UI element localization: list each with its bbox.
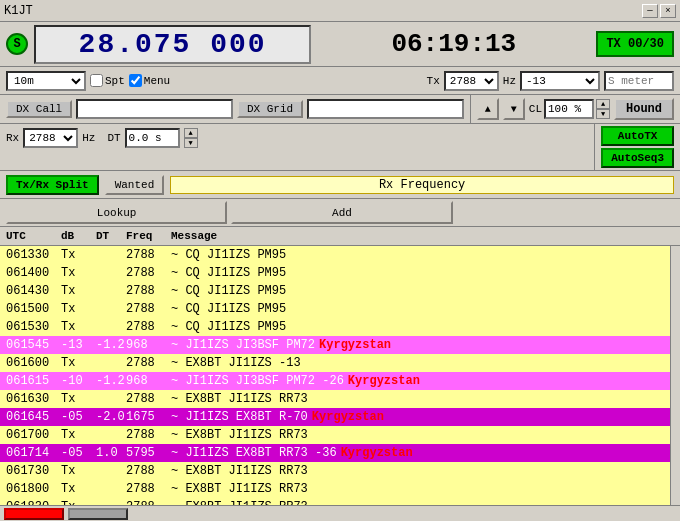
column-headers: UTC dB DT Freq Message — [0, 226, 680, 246]
msg-text: ~ EX8BT JI1IZS RR73 — [171, 392, 664, 406]
spt-checkbox[interactable] — [90, 74, 103, 87]
tx-hz-select[interactable]: 2788 — [444, 71, 499, 91]
dx-grid-label-btn[interactable]: DX Grid — [237, 100, 303, 118]
menu-checkbox[interactable] — [129, 74, 142, 87]
cl-up-btn[interactable]: ▲ — [596, 99, 610, 109]
msg-utc: 061630 — [6, 392, 61, 406]
frequency-display[interactable]: 28.075 000 — [34, 25, 311, 64]
table-row[interactable]: 061615 -10 -1.2 968 ~ JI1IZS JI3BSF PM72… — [0, 372, 670, 390]
lookup-button[interactable]: Lookup — [6, 201, 227, 224]
msg-dt: -1.2 — [96, 374, 126, 388]
msg-text: ~ EX8BT JI1IZS RR73 — [171, 464, 664, 478]
cl-down-btn[interactable]: ▼ — [596, 109, 610, 119]
title-bar: K1JT — × — [0, 0, 680, 22]
cl-input[interactable] — [544, 99, 594, 119]
msg-text: ~ EX8BT JI1IZS -13 — [171, 356, 664, 370]
band-select[interactable]: 10m — [6, 71, 86, 91]
table-row[interactable]: 061714 -05 1.0 5795 ~ JI1IZS EX8BT RR73 … — [0, 444, 670, 462]
s-indicator[interactable]: S — [6, 33, 28, 55]
msg-utc: 061800 — [6, 482, 61, 496]
up-arrow-btn[interactable]: ▲ — [477, 98, 499, 120]
gray-button[interactable] — [68, 508, 128, 520]
msg-freq: 5795 — [126, 446, 171, 460]
menu-label: Menu — [144, 75, 170, 87]
tx-section: Tx 2788 Hz -13 — [427, 71, 674, 91]
table-row[interactable]: 061430 Tx 2788 ~ CQ JI1IZS PM95 — [0, 282, 670, 300]
rx-freq-area: Rx Frequency — [170, 176, 674, 194]
table-row[interactable]: 061630 Tx 2788 ~ EX8BT JI1IZS RR73 — [0, 390, 670, 408]
table-row[interactable]: 061400 Tx 2788 ~ CQ JI1IZS PM95 — [0, 264, 670, 282]
scrollbar-area[interactable] — [670, 246, 680, 505]
table-row[interactable]: 061830 Tx 2788 ~ EX8BT JI1IZS RR73 — [0, 498, 670, 505]
msg-utc: 061500 — [6, 302, 61, 316]
dt-input[interactable] — [125, 128, 180, 148]
col-msg-header: Message — [171, 230, 674, 242]
spt-checkbox-area: Spt — [90, 74, 125, 87]
col-freq-header: Freq — [126, 230, 171, 242]
dx-call-input[interactable] — [76, 99, 233, 119]
table-row[interactable]: 061800 Tx 2788 ~ EX8BT JI1IZS RR73 — [0, 480, 670, 498]
msg-db: Tx — [61, 320, 96, 334]
rx-freq-label: Rx Frequency — [379, 178, 465, 192]
close-button[interactable]: × — [660, 4, 676, 18]
table-row[interactable]: 061545 -13 -1.2 968 ~ JI1IZS JI3BSF PM72… — [0, 336, 670, 354]
txrx-split-button[interactable]: Tx/Rx Split — [6, 175, 99, 195]
hound-button[interactable]: Hound — [614, 98, 674, 120]
autotx-autoseq-section: AutoTX AutoSeq3 — [594, 124, 680, 170]
msg-freq: 2788 — [126, 320, 171, 334]
autoseq-button[interactable]: AutoSeq3 — [601, 148, 674, 168]
controls-row-1: 10m Spt Menu Tx 2788 Hz -13 — [0, 66, 680, 94]
table-row[interactable]: 061700 Tx 2788 ~ EX8BT JI1IZS RR73 — [0, 426, 670, 444]
msg-utc: 061645 — [6, 410, 61, 424]
table-row[interactable]: 061330 Tx 2788 ~ CQ JI1IZS PM95 — [0, 246, 670, 264]
time-display: 06:19:13 — [317, 27, 590, 61]
dx-call-label-btn[interactable]: DX Call — [6, 100, 72, 118]
table-row[interactable]: 061730 Tx 2788 ~ EX8BT JI1IZS RR73 — [0, 462, 670, 480]
add-button[interactable]: Add — [231, 201, 452, 224]
autotx-button[interactable]: AutoTX — [601, 126, 674, 146]
msg-db: -05 — [61, 446, 96, 460]
msg-db: Tx — [61, 464, 96, 478]
msg-utc: 061700 — [6, 428, 61, 442]
msg-db: Tx — [61, 302, 96, 316]
message-area: 061330 Tx 2788 ~ CQ JI1IZS PM95 061400 T… — [0, 246, 680, 505]
wanted-button[interactable]: Wanted — [105, 175, 165, 195]
msg-db: Tx — [61, 266, 96, 280]
msg-freq: 2788 — [126, 302, 171, 316]
s-meter-input[interactable] — [604, 71, 674, 91]
lookup-add-row: Lookup Add — [0, 198, 680, 226]
rx-hz-select[interactable]: 2788 — [23, 128, 78, 148]
table-row[interactable]: 061530 Tx 2788 ~ CQ JI1IZS PM95 — [0, 318, 670, 336]
dt-spinner: ▲ ▼ — [184, 128, 198, 148]
dx-grid-input[interactable] — [307, 99, 464, 119]
msg-dt: 1.0 — [96, 446, 126, 460]
msg-utc: 061330 — [6, 248, 61, 262]
table-row[interactable]: 061600 Tx 2788 ~ EX8BT JI1IZS -13 — [0, 354, 670, 372]
msg-utc: 061400 — [6, 266, 61, 280]
table-row[interactable]: 061500 Tx 2788 ~ CQ JI1IZS PM95 — [0, 300, 670, 318]
tx-label: Tx — [427, 75, 440, 87]
minimize-button[interactable]: — — [642, 4, 658, 18]
msg-utc: 061600 — [6, 356, 61, 370]
report-select[interactable]: -13 — [520, 71, 600, 91]
message-list: 061330 Tx 2788 ~ CQ JI1IZS PM95 061400 T… — [0, 246, 670, 505]
msg-freq: 1675 — [126, 410, 171, 424]
dt-up-btn[interactable]: ▲ — [184, 128, 198, 138]
table-row[interactable]: 061645 -05 -2.0 1675 ~ JI1IZS EX8BT R-70… — [0, 408, 670, 426]
dt-down-btn[interactable]: ▼ — [184, 138, 198, 148]
msg-db: Tx — [61, 356, 96, 370]
msg-text: ~ JI1IZS JI3BSF PM72Kyrgyzstan — [171, 338, 664, 352]
msg-freq: 2788 — [126, 482, 171, 496]
msg-text: ~ JI1IZS EX8BT R-70Kyrgyzstan — [171, 410, 664, 424]
msg-freq: 968 — [126, 338, 171, 352]
msg-db: Tx — [61, 392, 96, 406]
red-button[interactable] — [4, 508, 64, 520]
msg-text: ~ CQ JI1IZS PM95 — [171, 320, 664, 334]
dt-label: DT — [107, 132, 120, 144]
bottom-bar — [0, 505, 680, 521]
msg-freq: 2788 — [126, 356, 171, 370]
down-arrow-btn[interactable]: ▼ — [503, 98, 525, 120]
msg-text: ~ CQ JI1IZS PM95 — [171, 248, 664, 262]
msg-freq: 2788 — [126, 284, 171, 298]
msg-db: -05 — [61, 410, 96, 424]
